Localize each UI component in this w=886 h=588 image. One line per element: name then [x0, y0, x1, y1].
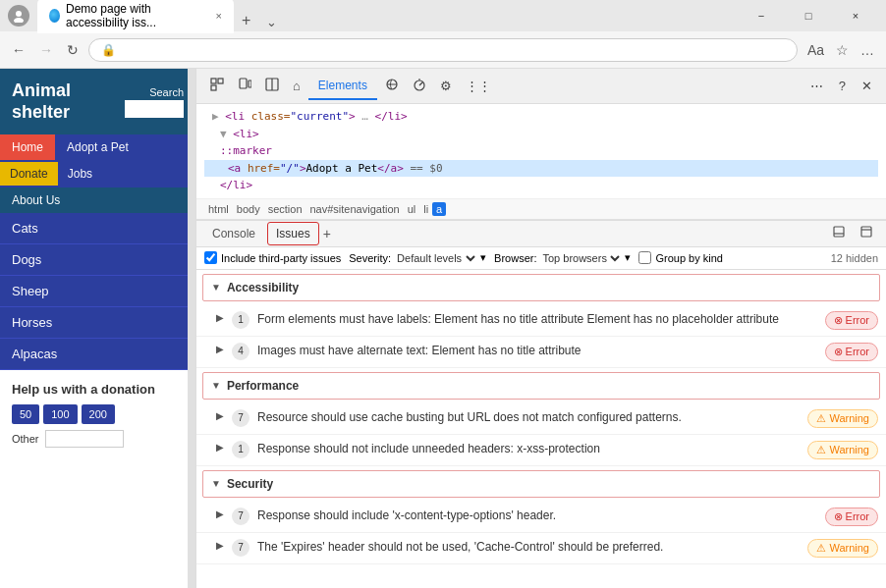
maximize-button[interactable]: □ [786, 2, 831, 29]
issue-count-4: 1 [232, 441, 249, 458]
new-tab-button[interactable]: + [234, 8, 258, 33]
bc-nav[interactable]: nav#sitenavigation [306, 201, 404, 217]
bc-body[interactable]: body [233, 201, 264, 217]
error-icon-2: ⊗ [834, 346, 843, 358]
svg-point-0 [16, 11, 22, 17]
security-section: ▼ Security ▶ 7 Response should include '… [196, 470, 886, 564]
amount-100-button[interactable]: 100 [43, 404, 77, 424]
warning-badge-1: ⚠ Warning [807, 409, 878, 428]
third-party-checkbox-label[interactable]: Include third-party issues [204, 251, 341, 264]
browser-select[interactable]: Top browsers All browsers [538, 251, 623, 265]
accessibility-toggle-icon[interactable]: ▼ [211, 282, 221, 293]
window-controls: − □ × [739, 2, 878, 29]
adopt-nav-item[interactable]: Adopt a Pet [55, 134, 140, 160]
elements-tab[interactable]: Elements [308, 73, 377, 100]
close-button[interactable]: × [833, 2, 878, 29]
third-party-checkbox[interactable] [204, 251, 217, 264]
read-aloud-button[interactable]: Aa [803, 38, 828, 62]
console-tab[interactable]: Console [204, 223, 263, 244]
other-label: Other [12, 433, 39, 445]
dom-line-1: ▶ <li class="current"> … </li> [204, 108, 878, 126]
minimize-button[interactable]: − [739, 2, 784, 29]
performance-button[interactable] [407, 74, 432, 98]
inspect-element-button[interactable] [204, 74, 230, 98]
active-tab[interactable]: Demo page with accessibility iss... × [37, 0, 234, 33]
forward-button[interactable]: → [35, 38, 57, 62]
expand-icon-row4[interactable]: ▶ [216, 442, 224, 453]
bc-li[interactable]: li [419, 201, 432, 217]
expand-icon-row3[interactable]: ▶ [216, 410, 224, 421]
search-input[interactable] [125, 100, 184, 118]
bc-ul[interactable]: ul [404, 201, 420, 217]
other-row: Other [12, 430, 184, 448]
issue-count-3: 7 [232, 409, 249, 427]
tab-list-chevron[interactable]: ⌄ [258, 11, 285, 33]
nav-bar: ← → ↻ 🔒 Aa ☆ … [0, 31, 886, 69]
about-nav-item[interactable]: About Us [0, 187, 195, 213]
title-bar: Demo page with accessibility iss... × + … [0, 0, 886, 31]
bc-a-selected[interactable]: a [432, 202, 446, 216]
close-devtools-button[interactable]: ✕ [856, 75, 878, 97]
dogs-item[interactable]: Dogs [0, 244, 195, 276]
refresh-button[interactable]: ↻ [63, 38, 83, 62]
panel-layout-button[interactable] [259, 74, 285, 98]
sheep-item[interactable]: Sheep [0, 276, 195, 307]
issue-count-5: 7 [232, 508, 249, 525]
settings-button[interactable]: ⚙ [434, 75, 458, 97]
performance-section-header[interactable]: ▼ Performance [202, 372, 880, 400]
address-bar[interactable]: 🔒 [88, 38, 798, 62]
profile-avatar[interactable] [8, 5, 29, 27]
search-label: Search [149, 86, 184, 98]
device-toolbar-button[interactable] [232, 74, 257, 98]
home-button[interactable]: ⌂ [287, 75, 306, 97]
home-nav-item[interactable]: Home [0, 134, 55, 160]
group-by-kind-label[interactable]: Group by kind [638, 251, 722, 264]
issues-tab[interactable]: Issues [267, 222, 319, 245]
other-amount-input[interactable] [45, 430, 124, 448]
donate-nav-item[interactable]: Donate [0, 162, 58, 186]
network-button[interactable] [379, 74, 405, 98]
favorites-button[interactable]: ☆ [832, 38, 853, 62]
more-button[interactable]: … [857, 38, 878, 62]
severity-select[interactable]: Default levels All levels [393, 251, 478, 265]
add-tab-button[interactable]: + [323, 226, 331, 241]
security-toggle-icon[interactable]: ▼ [211, 478, 221, 489]
more-options-button[interactable]: ⋯ [804, 75, 829, 97]
security-section-title: Security [227, 477, 273, 491]
security-section-header[interactable]: ▼ Security [202, 470, 880, 498]
help-button[interactable]: ? [833, 75, 852, 97]
cats-item[interactable]: Cats [0, 213, 195, 244]
back-button[interactable]: ← [8, 38, 29, 62]
performance-toggle-icon[interactable]: ▼ [211, 380, 221, 391]
bc-section[interactable]: section [264, 201, 306, 217]
main-area: Animal shelter Search Home Adopt a Pet D… [0, 69, 886, 588]
bc-html[interactable]: html [204, 201, 233, 217]
expand-icon-row1[interactable]: ▶ [216, 312, 224, 323]
site-header: Animal shelter Search [0, 69, 195, 134]
dom-line-4[interactable]: <a href="/">Adopt a Pet</a> == $0 [204, 160, 878, 178]
browser-filter: Browser: Top browsers All browsers ▾ [494, 251, 631, 265]
animal-list: Cats Dogs Sheep Horses Alpacas [0, 213, 195, 370]
expand-button[interactable] [855, 222, 878, 244]
jobs-nav-item[interactable]: Jobs [58, 162, 102, 186]
group-by-kind-checkbox[interactable] [638, 251, 651, 264]
svg-point-1 [14, 18, 24, 23]
svg-rect-4 [211, 85, 216, 90]
accessibility-section-header[interactable]: ▼ Accessibility [202, 274, 880, 301]
warning-icon-3: ⚠ [816, 542, 826, 555]
amount-50-button[interactable]: 50 [12, 404, 39, 424]
browser-chevron-icon: ▾ [625, 251, 631, 264]
alpacas-item[interactable]: Alpacas [0, 339, 195, 370]
amount-200-button[interactable]: 200 [82, 404, 115, 424]
tab-close-button[interactable]: × [216, 10, 222, 22]
more-tools-button[interactable]: ⋮⋮ [460, 75, 497, 97]
warning-icon-2: ⚠ [816, 444, 826, 456]
dock-button[interactable] [827, 222, 851, 244]
expand-icon-row6[interactable]: ▶ [216, 540, 224, 551]
expand-icon-row2[interactable]: ▶ [216, 344, 224, 354]
expand-icon-2[interactable]: ▼ [220, 128, 227, 140]
issues-list: ▼ Accessibility ▶ 1 Form elements must h… [196, 270, 886, 588]
horses-item[interactable]: Horses [0, 307, 195, 339]
expand-icon[interactable]: ▶ [212, 110, 219, 123]
expand-icon-row5[interactable]: ▶ [216, 508, 224, 519]
